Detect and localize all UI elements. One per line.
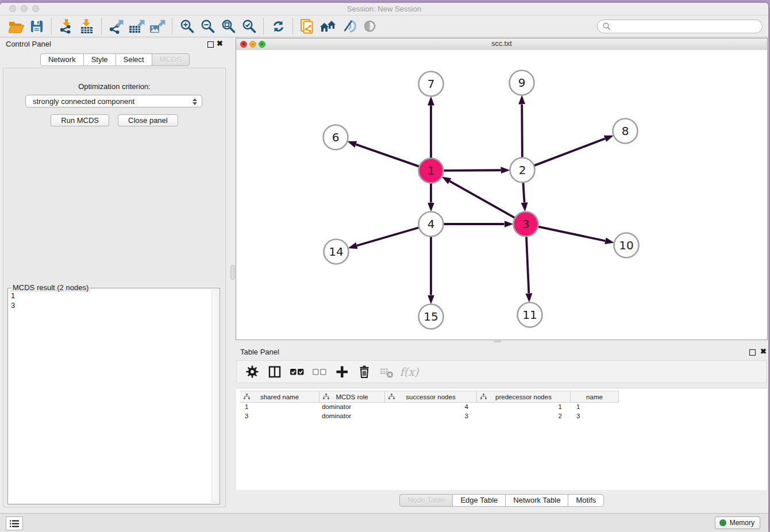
table-cell[interactable]: 3 xyxy=(240,413,319,419)
table-cell[interactable]: 1 xyxy=(477,403,571,410)
network-title: scc.txt xyxy=(236,40,767,48)
birds-eye-icon[interactable] xyxy=(359,18,380,35)
optimization-label: Optimization criterion: xyxy=(3,82,225,91)
zoom-in-icon[interactable] xyxy=(176,18,197,35)
column-header-name[interactable]: name xyxy=(571,391,619,402)
float-table-panel-icon[interactable] xyxy=(749,349,756,356)
graph-node-11[interactable]: 11 xyxy=(518,303,542,327)
delete-icon[interactable] xyxy=(356,364,373,380)
new-network-from-selection-icon[interactable] xyxy=(297,18,318,35)
table-cell[interactable]: dominator xyxy=(319,403,385,410)
table-cell[interactable]: 4 xyxy=(385,403,477,410)
tab-select[interactable]: Select xyxy=(116,53,152,66)
import-network-icon[interactable] xyxy=(56,18,76,35)
close-table-panel-icon[interactable]: ✖ xyxy=(760,347,767,356)
float-panel-icon[interactable] xyxy=(207,41,214,48)
table-cell[interactable]: 2 xyxy=(477,413,571,419)
run-mcds-button[interactable]: Run MCDS xyxy=(51,114,109,126)
tab-mcds[interactable]: MCDS xyxy=(152,53,190,66)
toolbar-separator xyxy=(263,18,264,34)
task-history-button[interactable] xyxy=(6,516,23,530)
close-panel-button[interactable]: Close panel xyxy=(118,114,178,126)
function-builder-label: f(x) xyxy=(400,365,419,378)
columns-icon[interactable] xyxy=(266,364,283,380)
home-houses-icon[interactable] xyxy=(318,18,338,35)
table-cell[interactable]: 1 xyxy=(240,403,319,410)
open-folder-icon[interactable] xyxy=(6,18,26,35)
criterion-select[interactable]: strongly connected component xyxy=(25,95,202,107)
splitter-handle[interactable] xyxy=(230,265,235,280)
main-toolbar xyxy=(0,16,768,37)
graph-edge-1-2[interactable] xyxy=(443,170,500,171)
column-header-MCDS-role[interactable]: MCDS role xyxy=(319,391,385,402)
graph-node-3[interactable]: 3 xyxy=(514,212,538,237)
graph-edge-4-14[interactable] xyxy=(357,228,419,246)
criterion-value: strongly connected component xyxy=(33,97,134,106)
graph-node-15[interactable]: 15 xyxy=(419,304,444,329)
select-all-icon[interactable] xyxy=(288,364,306,380)
graph-node-7[interactable]: 7 xyxy=(419,72,444,97)
function-builder-icon[interactable]: f(x) xyxy=(401,364,418,380)
import-table-icon[interactable] xyxy=(76,18,97,35)
graph-edge-3-11[interactable] xyxy=(526,236,529,293)
export-network-icon[interactable] xyxy=(106,18,126,35)
tab-motifs[interactable]: Motifs xyxy=(568,494,604,507)
graph-edge-3-10[interactable] xyxy=(538,226,605,241)
tab-edge-table[interactable]: Edge Table xyxy=(452,494,506,507)
table-header-row: shared nameMCDS rolesuccessor nodesprede… xyxy=(240,391,619,403)
graph-edge-2-8[interactable] xyxy=(534,138,605,165)
close-panel-icon[interactable]: ✖ xyxy=(217,39,223,48)
graph-node-6[interactable]: 6 xyxy=(324,125,348,150)
search-input[interactable] xyxy=(614,22,762,32)
export-table-icon[interactable] xyxy=(126,18,147,35)
select-stepper-icon xyxy=(191,97,198,106)
zoom-fit-icon[interactable] xyxy=(218,18,238,35)
zoom-selected-icon[interactable] xyxy=(238,18,259,35)
graph-edge-1-6[interactable] xyxy=(356,144,419,167)
export-image-icon[interactable] xyxy=(147,18,168,35)
tab-node-table[interactable]: Node Table xyxy=(399,494,453,507)
toolbar-separator xyxy=(292,18,293,34)
table-cell[interactable]: 3 xyxy=(385,413,477,419)
graph-node-10[interactable]: 10 xyxy=(614,233,639,258)
tab-network-table[interactable]: Network Table xyxy=(505,494,568,507)
graph-edge-2-3[interactable] xyxy=(523,182,524,202)
column-header-successor-nodes[interactable]: successor nodes xyxy=(385,391,477,402)
zoom-out-icon[interactable] xyxy=(197,18,218,35)
add-icon[interactable] xyxy=(333,364,351,380)
network-canvas[interactable]: 7968124314101511 xyxy=(236,50,767,340)
network-graph[interactable]: 7968124314101511 xyxy=(236,50,767,340)
graph-edge-3-1[interactable] xyxy=(450,181,515,218)
table-cell[interactable]: 3 xyxy=(571,413,619,419)
table-row[interactable]: 1dominator411 xyxy=(240,402,619,411)
svg-text:4: 4 xyxy=(428,217,435,231)
mcds-panel: Optimization criterion: strongly connect… xyxy=(3,68,226,507)
gear-icon[interactable] xyxy=(244,364,261,380)
vertical-splitter[interactable] xyxy=(230,36,236,513)
result-scrollbar[interactable] xyxy=(211,290,218,503)
delete-column-icon[interactable] xyxy=(378,364,395,380)
graph-node-2[interactable]: 2 xyxy=(510,158,535,183)
column-header-shared-name[interactable]: shared name xyxy=(240,391,319,402)
search-field[interactable] xyxy=(597,20,763,33)
graph-node-8[interactable]: 8 xyxy=(613,119,638,144)
graphics-details-icon[interactable] xyxy=(338,18,359,35)
deselect-all-icon[interactable] xyxy=(311,364,328,380)
horizontal-splitter-handle[interactable] xyxy=(494,341,501,342)
tab-style[interactable]: Style xyxy=(83,53,116,66)
graph-node-9[interactable]: 9 xyxy=(510,71,534,95)
refresh-icon[interactable] xyxy=(268,18,288,35)
graph-node-4[interactable]: 4 xyxy=(419,212,444,237)
table-cell[interactable]: dominator xyxy=(319,413,385,419)
memory-button[interactable]: Memory xyxy=(715,516,760,529)
svg-text:11: 11 xyxy=(522,308,537,322)
table-cell[interactable]: 1 xyxy=(571,403,619,410)
graph-node-1[interactable]: 1 xyxy=(419,159,444,183)
mcds-result-text[interactable]: 1 3 xyxy=(11,291,15,310)
tab-network[interactable]: Network xyxy=(40,53,84,66)
table-row[interactable]: 3dominator323 xyxy=(240,411,619,421)
save-icon[interactable] xyxy=(26,18,47,35)
graph-edge-2-9[interactable] xyxy=(522,104,522,157)
column-header-predecessor-nodes[interactable]: predecessor nodes xyxy=(477,391,571,402)
graph-node-14[interactable]: 14 xyxy=(324,240,349,264)
